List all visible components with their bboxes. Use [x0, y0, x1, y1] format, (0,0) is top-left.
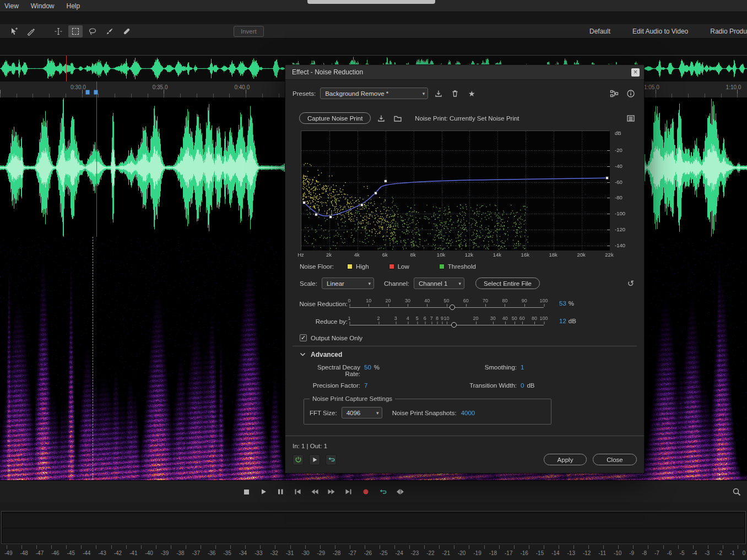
record-button[interactable] — [360, 486, 372, 498]
meter-scale-number: -9 — [629, 550, 634, 556]
move-tool-icon[interactable] — [7, 25, 21, 37]
preview-play-button[interactable] — [309, 454, 320, 465]
advanced-parameter[interactable]: Spectral Decay Rate: 50 % — [302, 364, 467, 377]
fft-size-label: FFT Size: — [310, 410, 337, 416]
timeline-label: 0:40.0 — [234, 84, 250, 90]
lasso-selection-tool-icon[interactable] — [85, 25, 100, 37]
workspace-tabs: DefaultEdit Audio to VideoRadio Product — [589, 24, 747, 39]
close-button[interactable]: Close — [593, 454, 637, 465]
channel-select[interactable]: Channel 1 ▾ — [414, 278, 464, 289]
freq-axis-label: Hz — [297, 252, 304, 258]
load-noise-print-icon[interactable] — [375, 113, 387, 124]
slider-tick-label: 5 — [416, 316, 419, 321]
db-axis-label: -60 — [615, 179, 622, 185]
reduce-by-slider[interactable]: 12345678910203040506080100 — [349, 316, 544, 330]
workspace-tab[interactable]: Default — [589, 28, 610, 35]
presets-label: Presets: — [293, 90, 316, 97]
meter-scale-number: -17 — [505, 550, 512, 556]
menu-item[interactable]: Window — [31, 2, 55, 10]
scale-select[interactable]: Linear ▾ — [322, 278, 374, 289]
reduce-by-thumb[interactable] — [451, 322, 457, 328]
legend-high-label: High — [356, 263, 369, 270]
routing-icon[interactable] — [608, 88, 620, 99]
dialog-title-bar[interactable]: Effect - Noise Reduction × — [285, 65, 644, 80]
meter-scale-number: -41 — [129, 550, 137, 556]
fast-forward-button[interactable] — [326, 486, 338, 498]
info-icon[interactable] — [625, 88, 637, 99]
select-entire-file-button[interactable]: Select Entire File — [475, 278, 540, 289]
selection-boundary-line — [93, 237, 93, 480]
reduce-by-label: Reduce by: — [293, 318, 348, 325]
play-button[interactable] — [257, 486, 269, 498]
go-to-next-button[interactable] — [343, 486, 355, 498]
selection-end-handle[interactable] — [94, 90, 98, 95]
advanced-parameter[interactable]: Smoothing: 1 — [467, 364, 637, 377]
slider-tick-label: 4 — [407, 316, 409, 321]
skip-selection-button[interactable] — [394, 486, 406, 498]
close-icon[interactable]: × — [631, 68, 640, 77]
paintbrush-selection-tool-icon[interactable] — [102, 25, 117, 37]
slider-tick-label: 30 — [490, 316, 496, 321]
go-to-previous-button[interactable] — [291, 486, 304, 498]
menu-item[interactable]: Help — [66, 2, 80, 10]
fft-size-select[interactable]: 4096 ▾ — [342, 407, 382, 418]
level-meter — [1, 511, 746, 544]
graph-plot-area[interactable] — [301, 131, 609, 250]
delete-preset-icon[interactable] — [449, 88, 461, 99]
playhead-line[interactable] — [96, 81, 97, 237]
effect-power-toggle[interactable] — [293, 454, 304, 465]
spot-healing-brush-tool-icon[interactable] — [120, 25, 134, 37]
meter-scale-number: -21 — [442, 550, 450, 556]
meter-scale-number: -11 — [598, 550, 606, 556]
loop-playback-button[interactable] — [377, 486, 389, 498]
reset-icon[interactable]: ↺ — [625, 278, 637, 289]
meter-scale-number: -39 — [161, 550, 169, 556]
advanced-section-header[interactable]: Advanced — [300, 351, 637, 358]
presets-select[interactable]: Background Remove * ▾ — [320, 88, 428, 99]
graph-canvas[interactable] — [301, 131, 610, 251]
meter-scale-number: -31 — [286, 550, 294, 556]
marquee-selection-tool-icon[interactable] — [68, 25, 83, 37]
time-selection-tool-icon[interactable] — [51, 25, 66, 37]
invert-button[interactable]: Invert — [234, 26, 264, 37]
rewind-button[interactable] — [308, 486, 321, 498]
graph-options-menu-icon[interactable] — [625, 113, 637, 124]
slider-tick-label: 60 — [519, 316, 525, 321]
meter-scale-number: -25 — [380, 550, 387, 556]
reduce-by-value: 12 — [559, 318, 566, 324]
save-preset-icon[interactable] — [432, 88, 445, 99]
zoom-icon[interactable] — [730, 486, 743, 498]
freq-axis-label: 16k — [521, 252, 529, 258]
stop-button[interactable] — [240, 486, 252, 498]
dialog-title: Effect - Noise Reduction — [292, 68, 363, 76]
noise-reduction-thumb[interactable] — [450, 305, 455, 310]
favorite-star-icon[interactable]: ★ — [465, 88, 478, 99]
meter-tick-ruler — [7, 545, 745, 549]
noise-reduction-slider[interactable]: 0102030405060708090100 — [349, 298, 544, 312]
snapshots-value[interactable]: 4000 — [461, 410, 475, 416]
meter-scale-number: -14 — [551, 550, 559, 556]
selection-start-handle[interactable] — [85, 90, 90, 95]
loop-preview-button[interactable] — [326, 454, 337, 465]
razor-tool-icon[interactable] — [24, 25, 38, 37]
output-noise-only-checkbox[interactable]: ✓ — [300, 334, 307, 341]
folder-icon[interactable] — [392, 113, 404, 124]
slider-tick-label: 50 — [512, 316, 517, 321]
meter-scale-number: -47 — [36, 550, 44, 556]
meter-scale-number: -6 — [667, 550, 672, 556]
workspace-tab[interactable]: Radio Product — [710, 28, 747, 35]
meter-scale-number: -30 — [301, 550, 309, 556]
workspace-tab[interactable]: Edit Audio to Video — [632, 28, 688, 35]
slider-tick-label: 60 — [463, 298, 469, 303]
meter-scale-number: -27 — [348, 550, 356, 556]
pause-button[interactable] — [274, 486, 286, 498]
menu-item[interactable]: View — [4, 2, 19, 10]
parameter-unit: % — [374, 364, 380, 371]
advanced-parameter[interactable]: Precision Factor: 7 — [302, 382, 467, 389]
meter-scale-number: -15 — [536, 550, 544, 556]
advanced-parameter[interactable]: Transition Width: 0 dB — [467, 382, 637, 389]
channel-value: Channel 1 — [419, 280, 447, 287]
apply-button[interactable]: Apply — [544, 454, 587, 465]
scale-label: Scale: — [300, 280, 317, 287]
capture-noise-print-button[interactable]: Capture Noise Print — [299, 112, 371, 124]
